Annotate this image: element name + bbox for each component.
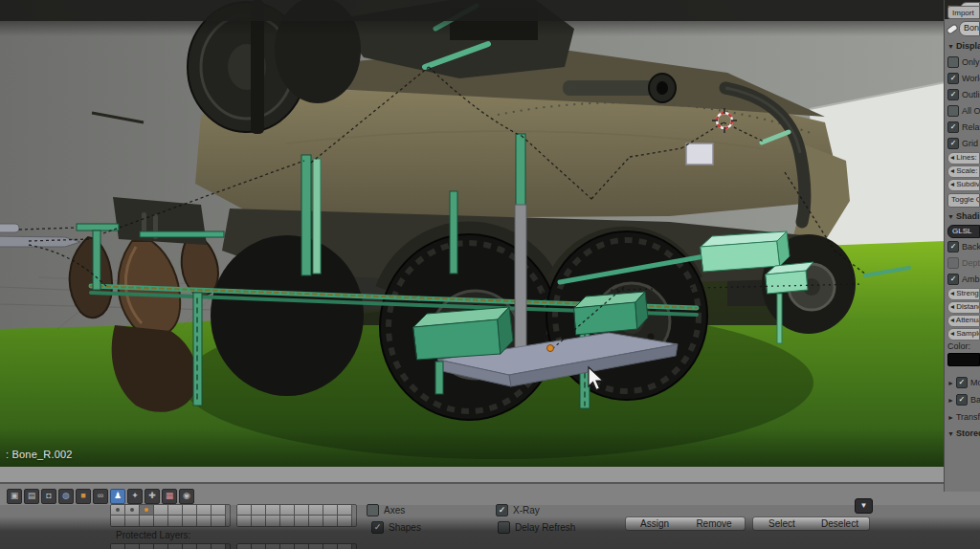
checkbox[interactable]: ✓ [947,241,959,253]
shading-mode[interactable]: GLSL [945,224,980,238]
armature-layers-block-1[interactable] [110,504,231,527]
slider[interactable]: ◂ Strength [947,288,980,300]
panel-background-images[interactable]: ►✓Background Images [945,391,980,408]
scale[interactable]: ◂ Scale: [945,165,980,178]
bone-name-field[interactable]: Bone_R.002 [945,19,980,38]
outline-selected[interactable]: ✓Outline Selected [945,86,980,102]
depth-of-field[interactable]: ✓Depth of Field [945,254,980,271]
subdivisions[interactable]: ◂ Subdivisions: [945,178,980,191]
layer-toggle[interactable] [154,516,168,526]
checkbox[interactable]: ✓ [947,105,959,117]
checkbox[interactable]: ✓ [496,504,508,516]
layer-toggle[interactable] [168,516,183,526]
world-background[interactable]: ✓World Background [945,70,980,86]
ambient-occlusion[interactable]: ✓Ambient Occlusion [945,271,980,287]
layer-toggle[interactable] [266,516,280,526]
layer-toggle[interactable] [197,544,212,549]
tab-constraints[interactable]: ∞ [93,489,108,504]
layer-toggle[interactable] [295,516,309,526]
lines[interactable]: ◂ Lines: [945,151,980,165]
bone-group-menu-button[interactable]: ▼ [855,498,873,514]
display-option-shapes[interactable]: ✓Shapes [371,521,421,534]
layer-toggle[interactable] [140,505,154,516]
layer-toggle[interactable] [323,544,338,549]
layer-toggle[interactable] [237,516,252,526]
grid-floor[interactable]: ✓Grid Floor [945,135,980,151]
color-swatch[interactable] [945,352,980,366]
panel-motion-tracking[interactable]: ►✓Motion Tracking [945,374,980,391]
tab-render[interactable]: ▣ [7,489,22,504]
panel-stored-views[interactable]: ▼Stored Views [945,426,980,441]
protected-layers-block-2[interactable] [236,543,357,549]
deselect-button[interactable]: Deselect [811,516,870,531]
bone-name-input[interactable]: Bone_R.002 [959,21,980,36]
layer-toggle[interactable] [183,516,197,526]
layer-toggle[interactable] [309,544,323,549]
layer-toggle[interactable] [154,505,168,516]
attenuation[interactable]: ◂ Attenuation [945,314,980,327]
layer-toggle[interactable] [295,505,309,516]
tab-texture[interactable]: ▦ [162,489,177,504]
panel-shading[interactable]: ▼Shading [945,209,980,224]
tab-object[interactable]: ■ [76,489,91,504]
checkbox[interactable]: ✓ [947,89,959,100]
distance[interactable]: ◂ Distance [945,300,980,314]
layer-toggle[interactable] [154,544,168,549]
import-button[interactable]: Import [947,6,980,19]
layer-toggle[interactable] [280,544,295,549]
toggle-quad-view[interactable]: Toggle Quad View [947,193,980,208]
assign-button[interactable]: Assign [625,516,684,531]
checkbox[interactable]: ✓ [947,121,959,133]
display-option-xray[interactable]: ✓X-Ray [496,504,540,516]
layer-toggle[interactable] [323,505,338,516]
protected-layers-block-1[interactable] [110,543,231,549]
display-option-delay[interactable]: ✓Delay Refresh [498,521,575,534]
layer-toggle[interactable] [111,516,125,526]
layer-toggle[interactable] [125,505,140,516]
layer-toggle[interactable] [266,505,280,516]
tab-scene[interactable]: ◘ [41,489,56,504]
checkbox[interactable]: ✓ [947,56,959,68]
slider[interactable]: ◂ Attenuation [947,315,980,327]
layer-toggle[interactable] [338,544,352,549]
checkbox[interactable]: ✓ [956,377,968,388]
layer-toggle[interactable] [212,505,226,516]
checkbox[interactable]: ✓ [947,274,959,285]
shading-mode[interactable]: GLSL [947,225,980,238]
layer-toggle[interactable] [212,516,226,526]
layer-toggle[interactable] [168,544,183,549]
checkbox[interactable]: ✓ [947,138,959,149]
tab-bone-constraints[interactable]: ✚ [145,489,160,504]
layer-toggle[interactable] [168,505,183,516]
checkbox[interactable]: ✓ [371,521,384,534]
only-render[interactable]: ✓Only Render [945,54,980,70]
layer-toggle[interactable] [252,505,266,516]
tab-render-layers[interactable]: ▤ [24,489,39,504]
layer-toggle[interactable] [212,544,226,549]
layer-toggle[interactable] [295,544,309,549]
remove-button[interactable]: Remove [683,516,746,531]
checkbox[interactable]: ✓ [956,394,968,406]
color-swatch[interactable] [947,353,980,366]
backface-culling[interactable]: ✓Backface Culling [945,238,980,254]
layer-toggle[interactable] [140,516,154,526]
layer-toggle[interactable] [252,516,266,526]
toggle-quad-view[interactable]: Toggle Quad View [945,191,980,209]
panel-transform[interactable]: ►Transform [945,408,980,426]
layer-toggle[interactable] [237,505,252,516]
checkbox[interactable]: ✓ [947,257,959,269]
layer-toggle[interactable] [197,505,212,516]
viewport-3d[interactable]: : Bone_R.002 [0,0,946,467]
checkbox[interactable]: ✓ [498,521,510,534]
slider[interactable]: ◂ Scale: [947,165,980,178]
properties-sidebar[interactable]: ArmatureBone_R.002▼Display✓Only Render✓W… [944,0,980,492]
layer-toggle[interactable] [125,516,140,526]
armature-layers-block-2[interactable] [236,504,357,527]
layer-toggle[interactable] [323,516,338,526]
layer-toggle[interactable] [125,544,140,549]
layer-toggle[interactable] [266,544,280,549]
layer-toggle[interactable] [309,516,323,526]
layer-toggle[interactable] [338,505,352,516]
layer-toggle[interactable] [111,505,125,516]
tab-world[interactable]: ◍ [58,489,74,504]
